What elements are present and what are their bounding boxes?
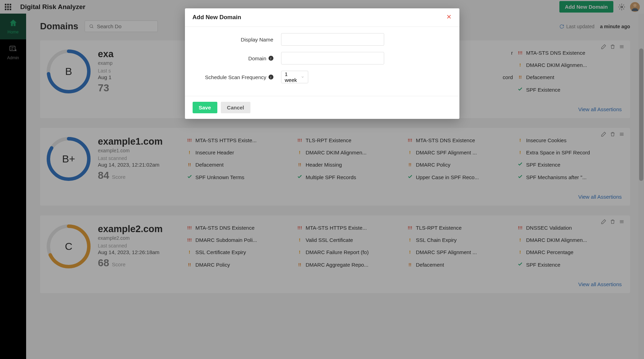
form-row-domain: Domain i bbox=[193, 52, 452, 64]
info-icon: i bbox=[269, 56, 273, 61]
modal-footer: Save Cancel bbox=[185, 96, 459, 119]
modal-overlay[interactable]: Add New Domain Display Name Domain i Sch… bbox=[0, 0, 644, 359]
modal-body: Display Name Domain i Schedule Scan Freq… bbox=[185, 27, 459, 96]
chevron-down-icon bbox=[301, 75, 304, 79]
display-name-label: Display Name bbox=[193, 37, 273, 43]
domain-label: Domain i bbox=[193, 55, 273, 61]
form-row-display-name: Display Name bbox=[193, 33, 452, 46]
domain-input[interactable] bbox=[281, 52, 384, 64]
cancel-button[interactable]: Cancel bbox=[221, 102, 250, 113]
modal-title: Add New Domain bbox=[193, 14, 241, 21]
save-button[interactable]: Save bbox=[193, 102, 217, 113]
add-domain-modal: Add New Domain Display Name Domain i Sch… bbox=[185, 8, 459, 119]
display-name-input[interactable] bbox=[281, 33, 384, 46]
info-icon: i bbox=[269, 75, 273, 79]
close-icon[interactable] bbox=[446, 14, 452, 21]
frequency-label: Schedule Scan Frequency i bbox=[193, 74, 273, 80]
form-row-frequency: Schedule Scan Frequency i 1 week bbox=[193, 71, 452, 83]
modal-header: Add New Domain bbox=[185, 8, 459, 27]
frequency-select[interactable]: 1 week bbox=[281, 71, 308, 83]
